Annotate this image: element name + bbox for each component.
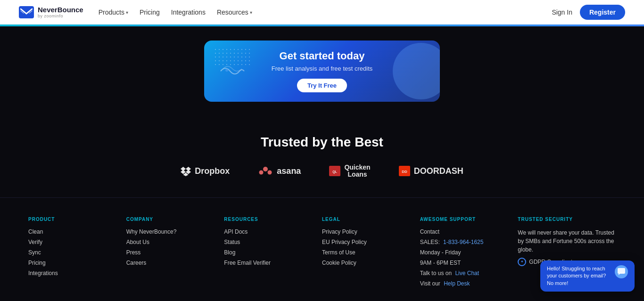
navbar-right: Sign In Register [552,5,625,20]
svg-point-1 [225,69,228,72]
try-free-button[interactable]: Try It Free [297,79,347,92]
footer-link-free-verifier[interactable]: Free Email Verifier [224,260,322,266]
chat-message: Hello! Struggling to reach your customer… [547,265,611,287]
quicken-label-line2: Loans [344,171,370,178]
footer-company-title: COMPANY [126,217,224,222]
hero-card: Get started today Free list analysis and… [204,41,440,102]
footer-time: 9AM - 6PM EST [420,260,518,266]
logo-sub: by zoominfo [38,14,83,18]
hero-content: Get started today Free list analysis and… [262,50,382,92]
trusted-title: Trusted by the Best [0,135,644,150]
dropbox-icon [181,166,191,176]
navbar: NeverBounce by zoominfo Products ▾ Prici… [0,0,644,24]
hero-fish-icon [218,62,247,81]
chevron-icon: ▾ [126,10,128,15]
nav-pricing[interactable]: Pricing [140,8,160,16]
gdpr-icon: ✦ [518,258,526,266]
quicken-label-line1: Quicken [344,164,370,171]
logo-text: NeverBounce by zoominfo [38,6,83,19]
asana-icon [258,166,273,176]
nav-resources[interactable]: Resources ▾ [217,8,252,16]
footer-hours: Monday - Friday [420,249,518,256]
svg-point-3 [259,171,264,175]
doordash-icon: DD [399,166,410,176]
dropbox-logo: Dropbox [181,166,230,176]
quicken-loans-logo: QL Quicken Loans [329,164,370,179]
asana-logo: asana [258,166,301,176]
quicken-icon: QL [329,166,340,176]
footer-link-privacy[interactable]: Privacy Policy [322,228,420,235]
footer-support-title: AWESOME SUPPORT [420,217,518,222]
hero-title: Get started today [272,50,373,62]
nav-links: Products ▾ Pricing Integrations Resource… [99,8,252,16]
svg-text:DD: DD [402,170,407,174]
footer-col-company: COMPANY Why NeverBounce? About Us Press … [126,217,224,291]
chat-widget[interactable]: Hello! Struggling to reach your customer… [540,260,635,292]
chat-avatar [615,265,628,278]
dropbox-label: Dropbox [195,166,230,176]
footer-link-status[interactable]: Status [224,239,322,245]
signin-link[interactable]: Sign In [552,8,572,16]
doordash-logo: DD DOORDASH [399,166,463,176]
footer-link-verify[interactable]: Verify [28,239,126,245]
nav-products[interactable]: Products ▾ [99,8,128,16]
hero-circle-decoration [393,43,440,99]
footer-link-blog[interactable]: Blog [224,249,322,256]
footer-link-why[interactable]: Why NeverBounce? [126,228,224,235]
doordash-label: DOORDASH [414,166,463,176]
footer-link-cookies[interactable]: Cookie Policy [322,260,420,266]
footer-link-integrations[interactable]: Integrations [28,270,126,277]
footer-col-support: AWESOME SUPPORT Contact SALES: 1-833-964… [420,217,518,291]
footer-columns: PRODUCT Clean Verify Sync Pricing Integr… [28,217,616,291]
footer-link-clean[interactable]: Clean [28,228,126,235]
footer-help: Visit our Help Desk [420,280,518,287]
footer-sales-phone[interactable]: 1-833-964-1625 [443,239,483,245]
footer-resources-title: RESOURCES [224,217,322,222]
navbar-left: NeverBounce by zoominfo Products ▾ Prici… [19,6,252,19]
footer-link-press[interactable]: Press [126,249,224,256]
trusted-section: Trusted by the Best Dropbox asana [0,111,644,197]
footer-link-contact[interactable]: Contact [420,228,518,235]
svg-text:QL: QL [333,170,338,174]
footer-link-pricing[interactable]: Pricing [28,260,126,266]
svg-rect-0 [19,6,34,18]
footer-link-about[interactable]: About Us [126,239,224,245]
footer-link-eu-privacy[interactable]: EU Privacy Policy [322,239,420,245]
asana-label: asana [277,166,301,176]
svg-point-4 [268,171,272,175]
footer-sales: SALES: 1-833-964-1625 [420,239,518,245]
brand-logos: Dropbox asana QL Quicken Loans [0,164,644,179]
hero-section: Get started today Free list analysis and… [0,26,644,111]
footer-col-legal: LEGAL Privacy Policy EU Privacy Policy T… [322,217,420,291]
footer-security-text: We will never share your data. Trusted b… [518,228,616,254]
svg-point-2 [263,167,268,171]
footer-link-terms[interactable]: Terms of Use [322,249,420,256]
footer-security-title: TRUSTED SECURITY [518,217,616,222]
register-button[interactable]: Register [580,5,625,20]
logo[interactable]: NeverBounce by zoominfo [19,6,83,19]
footer-help-desk-link[interactable]: Help Desk [444,280,470,287]
footer-link-sync[interactable]: Sync [28,249,126,256]
logo-name: NeverBounce [38,6,83,14]
footer-live-chat-link[interactable]: Live Chat [455,270,479,277]
nav-integrations[interactable]: Integrations [171,8,206,16]
chevron-icon: ▾ [250,10,252,15]
neverbounce-logo-icon [19,6,34,18]
footer-chat: Talk to us on Live Chat [420,270,518,277]
footer-col-resources: RESOURCES API Docs Status Blog Free Emai… [224,217,322,291]
svg-rect-10 [618,268,625,274]
footer-col-product: PRODUCT Clean Verify Sync Pricing Integr… [28,217,126,291]
hero-subtitle: Free list analysis and free test credits [272,65,373,72]
chat-icon [618,268,625,276]
footer-link-api[interactable]: API Docs [224,228,322,235]
footer-legal-title: LEGAL [322,217,420,222]
footer-product-title: PRODUCT [28,217,126,222]
footer-link-careers[interactable]: Careers [126,260,224,266]
